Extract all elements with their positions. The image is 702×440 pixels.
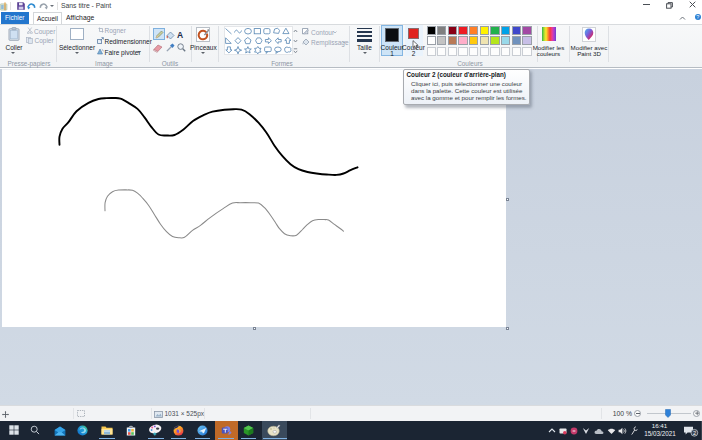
svg-text:2: 2: [693, 430, 696, 436]
